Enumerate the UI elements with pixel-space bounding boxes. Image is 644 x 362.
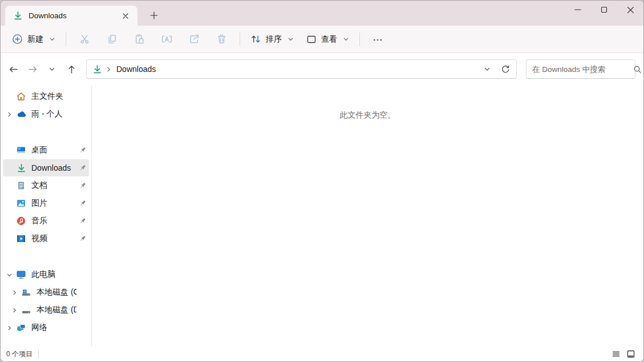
sidebar-gap bbox=[1, 123, 91, 141]
sidebar-item-videos[interactable]: 视频 bbox=[3, 230, 89, 247]
more-icon: … bbox=[372, 31, 384, 47]
sidebar-item-home[interactable]: 主文件夹 bbox=[3, 88, 89, 105]
downloads-icon bbox=[92, 65, 102, 74]
explorer-body: 主文件夹 雨 - 个人 桌面 Downloads 文档 图片 音乐 视频 bbox=[1, 85, 643, 347]
new-tab-button[interactable] bbox=[145, 7, 163, 23]
new-button-label: 新建 bbox=[27, 34, 43, 45]
sidebar-item-disk-c[interactable]: 本地磁盘 (C:) bbox=[3, 284, 89, 301]
chevron-right-icon[interactable] bbox=[8, 289, 21, 296]
delete-button bbox=[208, 29, 235, 50]
chevron-down-icon bbox=[49, 36, 55, 42]
toolbar-separator bbox=[240, 33, 240, 46]
sort-button[interactable]: 排序 bbox=[245, 29, 299, 50]
delete-icon bbox=[216, 34, 227, 45]
drive-icon bbox=[21, 305, 32, 315]
sort-icon bbox=[250, 34, 261, 45]
tab-downloads[interactable]: Downloads bbox=[5, 6, 137, 26]
status-bar: 0 个项目 bbox=[1, 347, 643, 361]
item-label: 雨 - 个人 bbox=[31, 109, 76, 119]
close-button[interactable] bbox=[617, 1, 643, 19]
address-dropdown-button[interactable] bbox=[480, 62, 495, 77]
chevron-right-icon[interactable] bbox=[8, 307, 21, 313]
sidebar-item-network[interactable]: 网络 bbox=[3, 319, 89, 336]
sidebar-item-this-pc[interactable]: 此电脑 bbox=[3, 266, 89, 283]
paste-button bbox=[125, 29, 153, 50]
search-box[interactable] bbox=[526, 59, 635, 79]
videos-icon bbox=[15, 234, 27, 244]
list-view-icon[interactable] bbox=[609, 348, 623, 360]
item-label: 视频 bbox=[31, 234, 76, 244]
window-controls bbox=[565, 1, 643, 19]
maximize-button[interactable] bbox=[591, 1, 617, 19]
status-separator bbox=[38, 350, 39, 358]
item-label: 本地磁盘 (D:) bbox=[37, 305, 76, 315]
computer-icon bbox=[15, 270, 27, 280]
new-button[interactable]: 新建 bbox=[6, 29, 61, 50]
up-button[interactable] bbox=[62, 60, 80, 78]
tab-close-icon[interactable] bbox=[118, 9, 133, 23]
file-explorer-window: Downloads 新建 排序 查看 … bbox=[0, 0, 644, 362]
item-label: 图片 bbox=[31, 198, 76, 208]
sidebar-item-documents[interactable]: 文档 bbox=[3, 177, 89, 194]
copy-icon bbox=[107, 34, 118, 45]
new-circle-plus-icon bbox=[12, 34, 23, 45]
breadcrumb[interactable]: Downloads bbox=[116, 65, 156, 74]
item-label: 桌面 bbox=[31, 145, 76, 155]
recent-locations-button[interactable] bbox=[43, 60, 61, 78]
sidebar-item-desktop[interactable]: 桌面 bbox=[3, 142, 89, 159]
item-label: 主文件夹 bbox=[31, 91, 76, 102]
cut-button bbox=[71, 29, 98, 50]
onedrive-cloud-icon bbox=[15, 109, 27, 120]
toolbar-separator bbox=[359, 33, 360, 46]
music-icon bbox=[15, 216, 27, 226]
chevron-down-icon[interactable] bbox=[3, 272, 15, 278]
pin-icon bbox=[76, 199, 89, 207]
forward-button[interactable] bbox=[23, 60, 42, 78]
toolbar-separator bbox=[66, 33, 66, 46]
see-more-button[interactable]: … bbox=[364, 29, 392, 50]
folder-content-pane[interactable]: 此文件夹为空。 bbox=[92, 85, 643, 347]
search-input[interactable] bbox=[532, 65, 633, 74]
chevron-right-icon[interactable] bbox=[106, 66, 112, 73]
sidebar-item-disk-d[interactable]: 本地磁盘 (D:) bbox=[3, 301, 89, 319]
pin-icon bbox=[76, 235, 89, 243]
sidebar-item-downloads[interactable]: Downloads bbox=[3, 159, 89, 176]
empty-folder-message: 此文件夹为空。 bbox=[340, 110, 396, 120]
pin-icon bbox=[76, 217, 89, 225]
drive-windows-icon bbox=[21, 287, 32, 297]
home-icon bbox=[15, 91, 27, 102]
share-icon bbox=[189, 34, 200, 45]
titlebar[interactable]: Downloads bbox=[1, 1, 643, 26]
view-button[interactable]: 查看 bbox=[301, 29, 355, 50]
tab-title: Downloads bbox=[29, 11, 113, 20]
cut-icon bbox=[79, 34, 90, 45]
pin-icon bbox=[76, 164, 89, 172]
documents-icon bbox=[15, 180, 27, 191]
search-icon[interactable] bbox=[633, 65, 642, 74]
command-toolbar: 新建 排序 查看 … bbox=[1, 26, 643, 53]
downloads-icon bbox=[15, 163, 27, 173]
address-bar[interactable]: Downloads bbox=[86, 59, 517, 79]
back-button[interactable] bbox=[4, 60, 22, 78]
chevron-right-icon[interactable] bbox=[3, 325, 15, 331]
sidebar-item-pictures[interactable]: 图片 bbox=[3, 195, 89, 212]
item-label: 此电脑 bbox=[31, 270, 76, 280]
item-label: Downloads bbox=[31, 163, 76, 172]
rename-button bbox=[153, 29, 180, 50]
view-icon bbox=[306, 34, 317, 45]
chevron-down-icon bbox=[343, 36, 349, 42]
sidebar-item-onedrive[interactable]: 雨 - 个人 bbox=[3, 106, 89, 123]
refresh-button[interactable] bbox=[498, 62, 513, 77]
copy-button bbox=[98, 29, 125, 50]
view-button-label: 查看 bbox=[321, 34, 337, 45]
minimize-button[interactable] bbox=[565, 1, 591, 19]
item-label: 音乐 bbox=[31, 216, 76, 226]
chevron-right-icon[interactable] bbox=[3, 111, 15, 118]
address-row: Downloads bbox=[1, 53, 643, 85]
clipboard-button-group bbox=[71, 29, 235, 50]
sidebar-item-music[interactable]: 音乐 bbox=[3, 212, 89, 230]
downloads-icon bbox=[12, 11, 23, 21]
desktop-icon bbox=[15, 145, 27, 155]
thumbnail-view-icon[interactable] bbox=[624, 348, 638, 360]
rename-icon bbox=[161, 34, 172, 45]
